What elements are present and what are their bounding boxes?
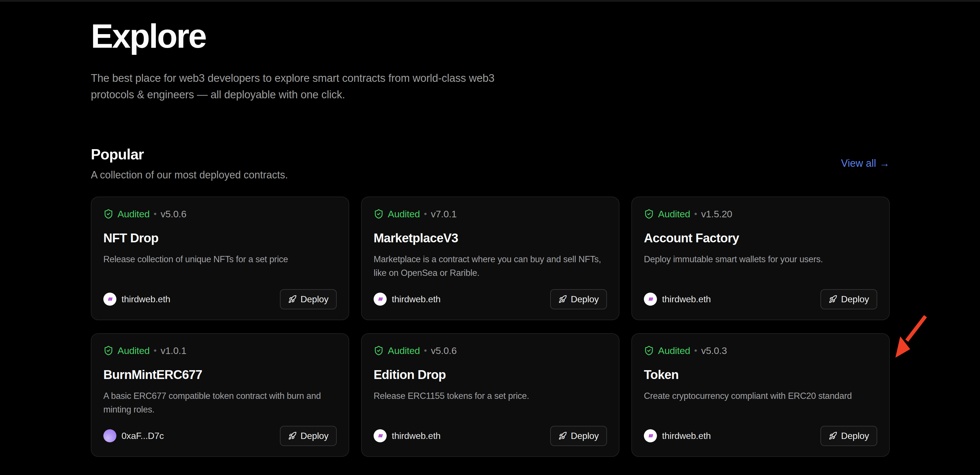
thirdweb-avatar xyxy=(103,293,116,306)
contract-title[interactable]: BurnMintERC677 xyxy=(103,368,337,382)
card-footer: thirdweb.eth Deploy xyxy=(374,426,607,446)
audited-badge[interactable]: Audited xyxy=(118,345,150,356)
contract-card-nft-drop[interactable]: Audited • v5.0.6 NFT Drop Release collec… xyxy=(91,197,349,320)
version-label: v5.0.6 xyxy=(431,345,457,356)
publisher[interactable]: thirdweb.eth xyxy=(644,429,711,442)
publisher-name: 0xaF...D7c xyxy=(121,431,164,441)
contract-title[interactable]: Edition Drop xyxy=(374,368,607,382)
thirdweb-avatar xyxy=(374,293,387,306)
deploy-label: Deploy xyxy=(841,294,869,304)
contract-title[interactable]: Account Factory xyxy=(644,231,877,245)
rocket-icon xyxy=(558,432,567,440)
shield-check-icon xyxy=(103,209,113,219)
contract-title[interactable]: Token xyxy=(644,368,877,382)
version-label: v5.0.3 xyxy=(701,345,727,356)
deploy-label: Deploy xyxy=(301,294,328,304)
publisher[interactable]: thirdweb.eth xyxy=(103,293,170,306)
publisher-name: thirdweb.eth xyxy=(662,294,711,304)
page-subtitle: The best place for web3 developers to ex… xyxy=(91,70,534,103)
separator-dot: • xyxy=(424,346,427,355)
explore-page: Explore The best place for web3 develope… xyxy=(91,17,890,457)
deploy-label: Deploy xyxy=(301,431,328,441)
publisher-name: thirdweb.eth xyxy=(392,431,441,441)
separator-dot: • xyxy=(694,346,697,355)
badge-row: Audited • v5.0.6 xyxy=(374,345,607,356)
deploy-button[interactable]: Deploy xyxy=(550,426,607,446)
deploy-label: Deploy xyxy=(841,431,869,441)
badge-row: Audited • v1.0.1 xyxy=(103,345,337,356)
popular-heading: Popular xyxy=(91,146,288,163)
contract-card-token[interactable]: Audited • v5.0.3 Token Create cryptocurr… xyxy=(632,333,890,457)
separator-dot: • xyxy=(424,209,427,219)
publisher[interactable]: thirdweb.eth xyxy=(374,293,441,306)
contract-card-marketplacev3[interactable]: Audited • v7.0.1 MarketplaceV3 Marketpla… xyxy=(361,197,619,320)
publisher-name: thirdweb.eth xyxy=(121,294,170,304)
version-label: v7.0.1 xyxy=(431,209,457,220)
thirdweb-avatar xyxy=(644,429,657,442)
badge-row: Audited • v1.5.20 xyxy=(644,209,877,220)
rocket-icon xyxy=(288,432,297,440)
badge-row: Audited • v5.0.6 xyxy=(103,209,337,220)
popular-cards-grid: Audited • v5.0.6 NFT Drop Release collec… xyxy=(91,197,890,457)
deploy-button[interactable]: Deploy xyxy=(821,426,877,446)
contract-description: Release collection of unique NFTs for a … xyxy=(103,253,336,266)
version-label: v5.0.6 xyxy=(161,209,186,220)
popular-section-header: Popular A collection of our most deploye… xyxy=(91,146,890,181)
top-navbar-edge xyxy=(0,0,980,2)
audited-badge[interactable]: Audited xyxy=(388,345,420,356)
shield-check-icon xyxy=(644,346,654,356)
contract-title[interactable]: NFT Drop xyxy=(103,231,337,245)
rocket-icon xyxy=(558,295,567,303)
rocket-icon xyxy=(829,432,837,440)
publisher[interactable]: 0xaF...D7c xyxy=(103,429,164,442)
card-footer: thirdweb.eth Deploy xyxy=(644,289,877,309)
contract-description: Deploy immutable smart wallets for your … xyxy=(644,253,877,266)
badge-row: Audited • v7.0.1 xyxy=(374,209,607,220)
deploy-button[interactable]: Deploy xyxy=(280,426,337,446)
publisher-name: thirdweb.eth xyxy=(662,431,711,441)
audited-badge[interactable]: Audited xyxy=(658,209,690,220)
separator-dot: • xyxy=(694,209,697,219)
version-label: v1.5.20 xyxy=(701,209,732,220)
rocket-icon xyxy=(288,295,297,303)
rocket-icon xyxy=(829,295,837,303)
publisher[interactable]: thirdweb.eth xyxy=(374,429,441,442)
audited-badge[interactable]: Audited xyxy=(118,209,150,220)
wallet-avatar xyxy=(103,429,116,442)
view-all-label: View all xyxy=(841,158,876,169)
card-footer: thirdweb.eth Deploy xyxy=(103,289,337,309)
audited-badge[interactable]: Audited xyxy=(388,209,420,220)
badge-row: Audited • v5.0.3 xyxy=(644,345,877,356)
deploy-button[interactable]: Deploy xyxy=(821,289,877,309)
deploy-button[interactable]: Deploy xyxy=(550,289,607,309)
annotation-arrow-icon xyxy=(892,313,929,362)
contract-card-burnminterc677[interactable]: Audited • v1.0.1 BurnMintERC677 A basic … xyxy=(91,333,349,457)
card-footer: thirdweb.eth Deploy xyxy=(644,426,877,446)
shield-check-icon xyxy=(103,346,113,356)
card-footer: thirdweb.eth Deploy xyxy=(374,289,607,309)
separator-dot: • xyxy=(154,209,157,219)
separator-dot: • xyxy=(154,346,157,355)
view-all-link[interactable]: View all → xyxy=(841,158,890,169)
page-title: Explore xyxy=(91,17,890,56)
deploy-label: Deploy xyxy=(571,431,599,441)
contract-title[interactable]: MarketplaceV3 xyxy=(374,231,607,245)
deploy-button[interactable]: Deploy xyxy=(280,289,337,309)
shield-check-icon xyxy=(644,209,654,219)
contract-description: Create cryptocurrency compliant with ERC… xyxy=(644,389,877,403)
version-label: v1.0.1 xyxy=(161,345,186,356)
publisher-name: thirdweb.eth xyxy=(392,294,441,304)
deploy-label: Deploy xyxy=(571,294,599,304)
publisher[interactable]: thirdweb.eth xyxy=(644,293,711,306)
popular-heading-block: Popular A collection of our most deploye… xyxy=(91,146,288,181)
shield-check-icon xyxy=(374,209,384,219)
contract-description: A basic ERC677 compatible token contract… xyxy=(103,389,336,416)
contract-card-edition-drop[interactable]: Audited • v5.0.6 Edition Drop Release ER… xyxy=(361,333,619,457)
thirdweb-avatar xyxy=(374,429,387,442)
contract-description: Release ERC1155 tokens for a set price. xyxy=(374,389,606,403)
contract-card-account-factory[interactable]: Audited • v1.5.20 Account Factory Deploy… xyxy=(632,197,890,320)
card-footer: 0xaF...D7c Deploy xyxy=(103,426,337,446)
shield-check-icon xyxy=(374,346,384,356)
audited-badge[interactable]: Audited xyxy=(658,345,690,356)
arrow-right-icon: → xyxy=(880,158,890,169)
